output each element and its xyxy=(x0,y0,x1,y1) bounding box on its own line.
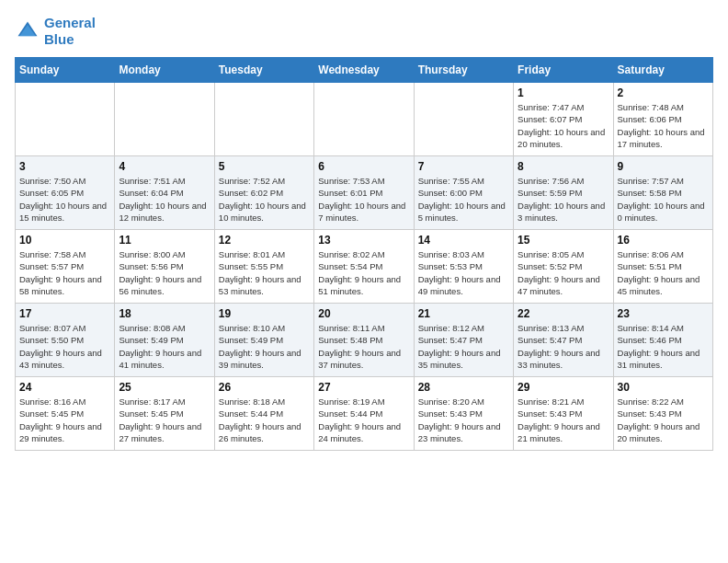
day-number: 2 xyxy=(618,86,709,99)
calendar-cell: 24Sunrise: 8:16 AM Sunset: 5:45 PM Dayli… xyxy=(16,377,115,451)
day-info: Sunrise: 8:07 AM Sunset: 5:50 PM Dayligh… xyxy=(19,322,110,371)
weekday-header-sunday: Sunday xyxy=(16,58,115,83)
calendar-cell: 9Sunrise: 7:57 AM Sunset: 5:58 PM Daylig… xyxy=(613,156,712,230)
calendar-cell: 28Sunrise: 8:20 AM Sunset: 5:43 PM Dayli… xyxy=(414,377,513,451)
calendar-cell: 8Sunrise: 7:56 AM Sunset: 5:59 PM Daylig… xyxy=(514,156,613,230)
calendar-cell: 17Sunrise: 8:07 AM Sunset: 5:50 PM Dayli… xyxy=(16,304,115,377)
day-number: 24 xyxy=(19,381,110,394)
calendar-cell: 18Sunrise: 8:08 AM Sunset: 5:49 PM Dayli… xyxy=(115,304,214,377)
weekday-header-saturday: Saturday xyxy=(613,58,712,83)
day-number: 20 xyxy=(318,307,409,320)
day-number: 18 xyxy=(119,307,210,320)
calendar-cell: 29Sunrise: 8:21 AM Sunset: 5:43 PM Dayli… xyxy=(514,377,613,451)
page-header: General Blue xyxy=(15,15,713,48)
calendar-cell: 26Sunrise: 8:18 AM Sunset: 5:44 PM Dayli… xyxy=(214,377,313,451)
day-number: 7 xyxy=(418,160,509,173)
day-number: 16 xyxy=(618,234,709,247)
day-number: 21 xyxy=(418,307,509,320)
day-info: Sunrise: 8:01 AM Sunset: 5:55 PM Dayligh… xyxy=(219,248,310,297)
day-number: 17 xyxy=(19,307,110,320)
day-number: 10 xyxy=(19,234,110,247)
day-info: Sunrise: 8:21 AM Sunset: 5:43 PM Dayligh… xyxy=(518,396,609,444)
day-info: Sunrise: 7:47 AM Sunset: 6:07 PM Dayligh… xyxy=(518,101,609,150)
day-number: 15 xyxy=(518,234,609,247)
day-info: Sunrise: 8:19 AM Sunset: 5:44 PM Dayligh… xyxy=(318,396,409,444)
day-number: 23 xyxy=(618,307,709,320)
day-number: 9 xyxy=(618,160,709,173)
day-info: Sunrise: 8:13 AM Sunset: 5:47 PM Dayligh… xyxy=(518,322,609,371)
logo-text: General Blue xyxy=(44,15,96,48)
calendar-week-row: 17Sunrise: 8:07 AM Sunset: 5:50 PM Dayli… xyxy=(16,304,713,377)
day-number: 8 xyxy=(518,160,609,173)
calendar-cell: 20Sunrise: 8:11 AM Sunset: 5:48 PM Dayli… xyxy=(314,304,414,377)
calendar-cell: 30Sunrise: 8:22 AM Sunset: 5:43 PM Dayli… xyxy=(613,377,712,451)
calendar-cell: 23Sunrise: 8:14 AM Sunset: 5:46 PM Dayli… xyxy=(613,304,712,377)
day-info: Sunrise: 8:14 AM Sunset: 5:46 PM Dayligh… xyxy=(618,322,709,371)
day-info: Sunrise: 8:03 AM Sunset: 5:53 PM Dayligh… xyxy=(418,248,509,297)
calendar-cell: 11Sunrise: 8:00 AM Sunset: 5:56 PM Dayli… xyxy=(115,230,214,304)
calendar-cell: 10Sunrise: 7:58 AM Sunset: 5:57 PM Dayli… xyxy=(16,230,115,304)
day-info: Sunrise: 7:50 AM Sunset: 6:05 PM Dayligh… xyxy=(19,175,110,224)
day-number: 19 xyxy=(219,307,310,320)
day-info: Sunrise: 7:56 AM Sunset: 5:59 PM Dayligh… xyxy=(518,175,609,224)
day-info: Sunrise: 7:58 AM Sunset: 5:57 PM Dayligh… xyxy=(19,248,110,297)
calendar-cell: 22Sunrise: 8:13 AM Sunset: 5:47 PM Dayli… xyxy=(514,304,613,377)
day-number: 14 xyxy=(418,234,509,247)
day-number: 13 xyxy=(318,234,409,247)
day-info: Sunrise: 7:48 AM Sunset: 6:06 PM Dayligh… xyxy=(618,101,709,150)
calendar-cell: 4Sunrise: 7:51 AM Sunset: 6:04 PM Daylig… xyxy=(115,156,214,230)
day-info: Sunrise: 7:55 AM Sunset: 6:00 PM Dayligh… xyxy=(418,175,509,224)
calendar-cell: 27Sunrise: 8:19 AM Sunset: 5:44 PM Dayli… xyxy=(314,377,414,451)
day-number: 25 xyxy=(119,381,210,394)
day-number: 27 xyxy=(318,381,409,394)
calendar-cell: 15Sunrise: 8:05 AM Sunset: 5:52 PM Dayli… xyxy=(514,230,613,304)
weekday-header-friday: Friday xyxy=(514,58,613,83)
logo: General Blue xyxy=(15,15,96,48)
weekday-header-monday: Monday xyxy=(115,58,214,83)
calendar-cell: 1Sunrise: 7:47 AM Sunset: 6:07 PM Daylig… xyxy=(514,83,613,156)
day-info: Sunrise: 8:20 AM Sunset: 5:43 PM Dayligh… xyxy=(418,396,509,444)
day-number: 12 xyxy=(219,234,310,247)
day-info: Sunrise: 7:51 AM Sunset: 6:04 PM Dayligh… xyxy=(119,175,210,224)
day-info: Sunrise: 7:53 AM Sunset: 6:01 PM Dayligh… xyxy=(318,175,409,224)
calendar-week-row: 24Sunrise: 8:16 AM Sunset: 5:45 PM Dayli… xyxy=(16,377,713,451)
day-number: 4 xyxy=(119,160,210,173)
weekday-header-tuesday: Tuesday xyxy=(214,58,313,83)
day-info: Sunrise: 8:05 AM Sunset: 5:52 PM Dayligh… xyxy=(518,248,609,297)
day-info: Sunrise: 8:02 AM Sunset: 5:54 PM Dayligh… xyxy=(318,248,409,297)
day-number: 30 xyxy=(618,381,709,394)
logo-icon xyxy=(15,18,40,44)
weekday-header-wednesday: Wednesday xyxy=(314,58,414,83)
calendar-table: SundayMondayTuesdayWednesdayThursdayFrid… xyxy=(15,57,713,451)
calendar-week-row: 3Sunrise: 7:50 AM Sunset: 6:05 PM Daylig… xyxy=(16,156,713,230)
day-number: 26 xyxy=(219,381,310,394)
day-number: 3 xyxy=(19,160,110,173)
day-info: Sunrise: 8:18 AM Sunset: 5:44 PM Dayligh… xyxy=(219,396,310,444)
day-number: 29 xyxy=(518,381,609,394)
calendar-cell xyxy=(115,83,214,156)
weekday-header-row: SundayMondayTuesdayWednesdayThursdayFrid… xyxy=(16,58,713,83)
calendar-cell: 14Sunrise: 8:03 AM Sunset: 5:53 PM Dayli… xyxy=(414,230,513,304)
day-info: Sunrise: 8:12 AM Sunset: 5:47 PM Dayligh… xyxy=(418,322,509,371)
calendar-cell: 7Sunrise: 7:55 AM Sunset: 6:00 PM Daylig… xyxy=(414,156,513,230)
calendar-cell: 3Sunrise: 7:50 AM Sunset: 6:05 PM Daylig… xyxy=(16,156,115,230)
calendar-cell: 25Sunrise: 8:17 AM Sunset: 5:45 PM Dayli… xyxy=(115,377,214,451)
calendar-cell xyxy=(314,83,414,156)
calendar-cell: 6Sunrise: 7:53 AM Sunset: 6:01 PM Daylig… xyxy=(314,156,414,230)
day-number: 6 xyxy=(318,160,409,173)
day-info: Sunrise: 7:57 AM Sunset: 5:58 PM Dayligh… xyxy=(618,175,709,224)
day-info: Sunrise: 8:11 AM Sunset: 5:48 PM Dayligh… xyxy=(318,322,409,371)
weekday-header-thursday: Thursday xyxy=(414,58,513,83)
day-info: Sunrise: 8:16 AM Sunset: 5:45 PM Dayligh… xyxy=(19,396,110,444)
calendar-week-row: 1Sunrise: 7:47 AM Sunset: 6:07 PM Daylig… xyxy=(16,83,713,156)
day-number: 5 xyxy=(219,160,310,173)
day-info: Sunrise: 8:10 AM Sunset: 5:49 PM Dayligh… xyxy=(219,322,310,371)
day-number: 22 xyxy=(518,307,609,320)
calendar-cell xyxy=(414,83,513,156)
day-info: Sunrise: 8:06 AM Sunset: 5:51 PM Dayligh… xyxy=(618,248,709,297)
calendar-cell: 2Sunrise: 7:48 AM Sunset: 6:06 PM Daylig… xyxy=(613,83,712,156)
calendar-cell xyxy=(214,83,313,156)
calendar-week-row: 10Sunrise: 7:58 AM Sunset: 5:57 PM Dayli… xyxy=(16,230,713,304)
calendar-cell xyxy=(16,83,115,156)
calendar-cell: 5Sunrise: 7:52 AM Sunset: 6:02 PM Daylig… xyxy=(214,156,313,230)
